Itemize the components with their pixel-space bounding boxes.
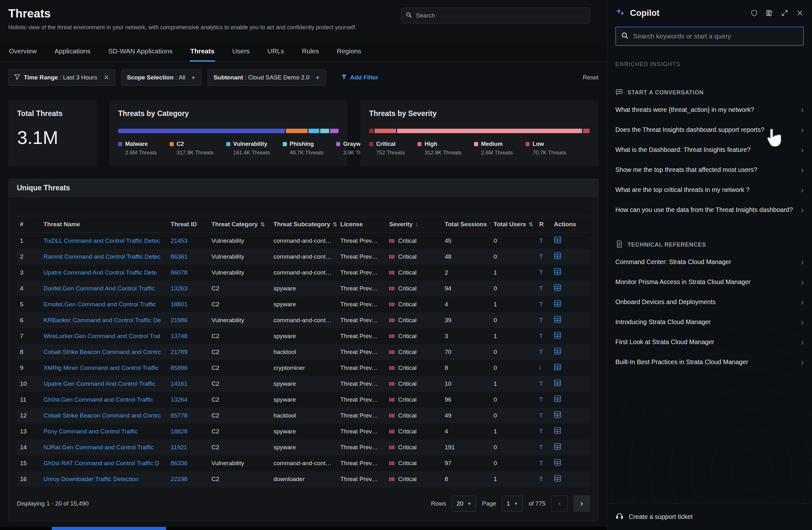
tab-users[interactable]: Users: [232, 42, 250, 61]
threat-id-link[interactable]: 18801: [171, 301, 187, 308]
table-row[interactable]: 12Cobalt Strike Beacon Command and Contr…: [17, 408, 590, 424]
rule-link[interactable]: T: [539, 237, 543, 244]
reference-item[interactable]: Onboard Devices and Deployments›: [607, 292, 812, 312]
rule-link[interactable]: T: [539, 476, 543, 483]
conversation-item[interactable]: What are the top critical threats in my …: [607, 180, 812, 200]
rule-link[interactable]: T: [539, 333, 543, 340]
rule-link[interactable]: T: [539, 348, 543, 356]
sort-desc-icon[interactable]: ↓: [415, 221, 418, 228]
table-actions-icon[interactable]: [554, 268, 561, 275]
table-actions-icon[interactable]: [554, 237, 561, 243]
reference-item[interactable]: First Look at Strata Cloud Manager›: [607, 332, 812, 352]
add-filter-button[interactable]: Add Filter: [341, 74, 378, 81]
rule-link[interactable]: i: [539, 364, 541, 371]
rule-link[interactable]: T: [539, 412, 543, 419]
sort-icon[interactable]: ⇅: [528, 221, 533, 228]
column-header-threat-category[interactable]: Threat Category⇅: [208, 216, 270, 233]
threat-name-link[interactable]: Unruy Downloader Traffic Detection: [44, 476, 139, 483]
rule-link[interactable]: T: [539, 444, 543, 451]
threat-id-link[interactable]: 13263: [171, 285, 187, 292]
table-row[interactable]: 16Unruy Downloader Traffic Detection2219…: [17, 471, 590, 487]
threat-id-link[interactable]: 22198: [171, 476, 187, 483]
threat-name-link[interactable]: Upatre Command And Control Traffic Dete: [44, 269, 157, 276]
threat-id-link[interactable]: 86078: [171, 269, 187, 276]
reference-item[interactable]: Command Center: Strata Cloud Manager›: [607, 252, 812, 272]
table-actions-icon[interactable]: [554, 379, 561, 386]
table-row[interactable]: 3Upatre Command And Control Traffic Dete…: [17, 265, 590, 281]
table-row[interactable]: 1TixDLL Command and Control Traffic Dete…: [17, 233, 590, 249]
table-actions-icon[interactable]: [554, 252, 561, 259]
threat-id-link[interactable]: 85778: [171, 412, 187, 419]
threat-id-link[interactable]: 86336: [171, 460, 187, 467]
rule-link[interactable]: T: [539, 253, 543, 260]
table-row[interactable]: 6KRBanker Command and Control Traffic De…: [17, 312, 590, 328]
threat-id-link[interactable]: 18828: [171, 428, 187, 435]
tab-urls[interactable]: URLs: [267, 42, 285, 61]
threat-name-link[interactable]: Cobalt Strike Beacon Command and Contrc: [44, 412, 161, 419]
column-header-threat-subcategory[interactable]: Threat Subcategory⇅: [270, 216, 337, 233]
rule-link[interactable]: T: [539, 460, 543, 467]
threat-id-link[interactable]: 85886: [171, 364, 187, 371]
tab-regions[interactable]: Regions: [336, 42, 362, 61]
threat-name-link[interactable]: Upatre.Gen Command And Control Traffic: [44, 380, 155, 387]
conversation-item[interactable]: How can you use the data from the Threat…: [607, 200, 812, 220]
threat-name-link[interactable]: Gh0st RAT Command and Control Traffic D: [44, 460, 159, 467]
prev-page-button[interactable]: ‹: [551, 496, 568, 512]
table-actions-icon[interactable]: [554, 443, 561, 450]
conversation-item[interactable]: What is the Dashboard: Threat Insights f…: [607, 140, 812, 160]
column-header-total-users[interactable]: Total Users⇅: [491, 216, 536, 233]
time-range-filter-chip[interactable]: Time Range : Last 3 Hours ✕: [8, 69, 115, 86]
threat-name-link[interactable]: TixDLL Command and Control Traffic Detec: [44, 237, 160, 244]
table-actions-icon[interactable]: [554, 332, 561, 339]
threat-name-link[interactable]: Pony Command and Control Traffic: [44, 428, 137, 435]
threat-name-link[interactable]: Gh0st.Gen Command and Control Traffic: [44, 396, 153, 403]
table-row[interactable]: 14NJRat.Gen Command and Control Traffic1…: [17, 440, 590, 455]
threat-name-link[interactable]: NJRat.Gen Command and Control Traffic: [44, 444, 154, 451]
tab-sd-wan-applications[interactable]: SD-WAN Applications: [108, 42, 173, 61]
rule-link[interactable]: T: [539, 285, 543, 292]
global-search[interactable]: [401, 8, 590, 24]
scope-selection-chip[interactable]: Scope Selection : All ▼: [121, 69, 202, 86]
conversation-item[interactable]: Does the Threat Insights dashboard suppo…: [607, 120, 812, 140]
threat-id-link[interactable]: 21789: [171, 348, 187, 356]
rule-link[interactable]: T: [539, 396, 543, 403]
subtenant-chip[interactable]: Subtenant : Cloud SASE Demo 2.0 ▼: [207, 69, 326, 86]
threat-id-link[interactable]: 14161: [171, 380, 187, 387]
table-actions-icon[interactable]: [554, 427, 561, 434]
rule-link[interactable]: T: [539, 380, 543, 387]
table-actions-icon[interactable]: [554, 411, 561, 418]
next-page-button[interactable]: ›: [574, 496, 590, 512]
tab-applications[interactable]: Applications: [54, 42, 91, 61]
sort-icon[interactable]: ⇅: [333, 221, 337, 228]
reference-item[interactable]: Built-In Best Practices in Strata Cloud …: [607, 352, 812, 372]
conversation-item[interactable]: Show me the top threats that affected mo…: [607, 160, 812, 180]
table-row[interactable]: 13Pony Command and Control Traffic18828C…: [17, 424, 590, 440]
threat-name-link[interactable]: Emotet.Gen Command and Control Traffic: [44, 301, 156, 308]
rule-link[interactable]: T: [539, 428, 543, 435]
threat-name-link[interactable]: KRBanker Command and Control Traffic De: [44, 317, 161, 324]
page-select[interactable]: 1▼: [502, 496, 523, 512]
column-header-total-sessions[interactable]: Total Sessions⇅: [441, 216, 491, 233]
table-row[interactable]: 7WireLurker.Gen Command and Control Trat…: [17, 328, 590, 344]
table-actions-icon[interactable]: [554, 348, 561, 355]
table-row[interactable]: 8Cobalt Strike Beacon Command and Contrc…: [17, 344, 590, 360]
table-row[interactable]: 2Ramnit Command and Control Traffic Dete…: [17, 249, 590, 265]
tab-rules[interactable]: Rules: [301, 42, 320, 61]
threat-id-link[interactable]: 21453: [171, 237, 187, 244]
copilot-search-input[interactable]: [633, 32, 798, 40]
create-support-ticket[interactable]: Create a support ticket: [607, 503, 812, 530]
table-actions-icon[interactable]: [554, 475, 561, 482]
rule-link[interactable]: T: [539, 301, 543, 308]
table-row[interactable]: 15Gh0st RAT Command and Control Traffic …: [17, 455, 590, 471]
threat-id-link[interactable]: 13748: [171, 333, 187, 340]
table-row[interactable]: 5Emotet.Gen Command and Control Traffic1…: [17, 297, 590, 312]
threat-name-link[interactable]: XMRig Miner Command and Control Traffic: [44, 364, 159, 371]
threat-name-link[interactable]: Dorifel.Gen Command And Control Traffic: [44, 285, 155, 292]
reference-item[interactable]: Monitor Prisma Access in Strata Cloud Ma…: [607, 272, 812, 292]
threat-id-link[interactable]: 11921: [171, 444, 187, 451]
threat-id-link[interactable]: 21986: [171, 317, 187, 324]
threat-name-link[interactable]: WireLurker.Gen Command and Control Trat: [44, 333, 160, 340]
table-actions-icon[interactable]: [554, 459, 561, 466]
rows-per-page-select[interactable]: 20▼: [452, 496, 476, 512]
sort-icon[interactable]: ⇅: [489, 221, 490, 228]
